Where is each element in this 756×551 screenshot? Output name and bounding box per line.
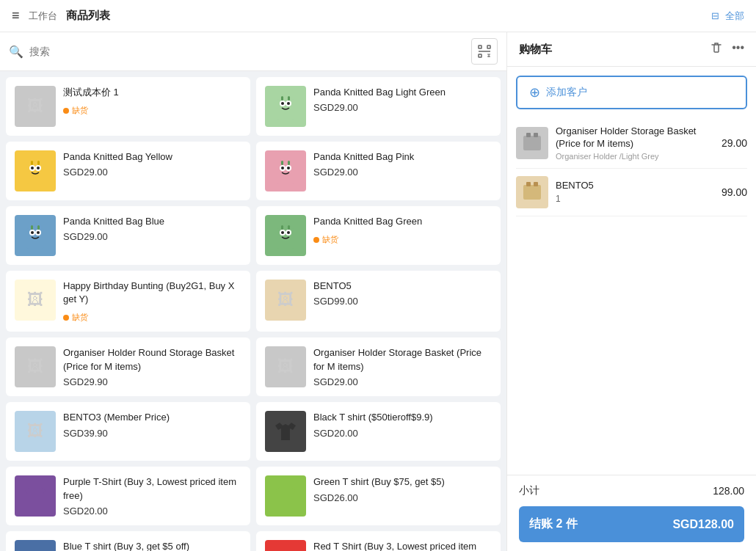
- image-placeholder-icon: 🖼: [27, 357, 43, 376]
- checkout-button[interactable]: 结账 2 件 SGD128.00: [519, 506, 744, 542]
- product-info: Panda Knitted Bag Yellow SGD29.00: [63, 150, 241, 178]
- image-placeholder-icon: 🖼: [27, 97, 43, 116]
- svg-rect-34: [37, 225, 40, 230]
- product-price: SGD29.00: [313, 376, 492, 387]
- product-image-container: [15, 215, 56, 256]
- svg-point-11: [287, 102, 290, 105]
- product-name: Panda Knitted Bag Green: [313, 215, 492, 228]
- product-info: Happy Birthday Bunting (Buy2G1, Buy X ge…: [63, 280, 241, 323]
- checkout-label: 结账 2 件: [529, 517, 578, 532]
- cart-header-actions: •••: [710, 41, 744, 57]
- cart-item-qty: 1: [556, 194, 714, 204]
- svg-point-32: [37, 231, 40, 234]
- product-price: SGD20.00: [63, 506, 241, 517]
- product-card[interactable]: 🖼 Happy Birthday Bunting (Buy2G1, Buy X …: [6, 271, 250, 332]
- badge-dot: [63, 108, 69, 114]
- product-price: SGD29.00: [313, 102, 492, 113]
- products-panel: 🔍 🖼 测试成本价 1 缺货: [0, 32, 506, 551]
- svg-rect-45: [523, 185, 541, 200]
- product-card[interactable]: 🖼 Organiser Holder Round Storage Basket …: [6, 337, 250, 396]
- product-card[interactable]: 🖼 Organiser Holder Storage Basket (Price…: [256, 337, 501, 396]
- top-bar: ≡ 工作台 商品列表 ⊟ 全部: [0, 0, 756, 32]
- add-customer-button[interactable]: ⊕ 添加客户: [516, 76, 747, 109]
- search-input[interactable]: [29, 45, 465, 57]
- workbench-label: 工作台: [29, 10, 57, 23]
- product-name: Panda Knitted Bag Pink: [313, 150, 492, 164]
- product-price: SGD29.00: [313, 167, 492, 178]
- product-card[interactable]: Black T shirt ($50tieroff$9.9) SGD20.00: [256, 402, 501, 461]
- product-card[interactable]: Panda Knitted Bag Pink SGD29.00: [256, 142, 501, 200]
- product-card[interactable]: Purple T-Shirt (Buy 3, Lowest priced ite…: [6, 467, 250, 525]
- svg-rect-40: [281, 225, 283, 230]
- product-info: BENTO5 SGD99.00: [313, 280, 492, 307]
- svg-point-24: [281, 167, 284, 169]
- cart-item[interactable]: BENTO5 1 99.00: [516, 169, 747, 216]
- product-info: Black T shirt ($50tieroff$9.9) SGD20.00: [313, 411, 492, 438]
- product-name: Panda Knitted Bag Blue: [63, 215, 241, 228]
- svg-rect-33: [31, 225, 33, 230]
- product-card[interactable]: Red T Shirt (Buy 3, Lowest priced item f…: [256, 531, 501, 551]
- image-placeholder-icon: 🖼: [277, 357, 294, 376]
- product-name: Purple T-Shirt (Buy 3, Lowest priced ite…: [63, 475, 241, 502]
- tshirt-img: [22, 483, 48, 509]
- cart-item-image: [516, 127, 548, 159]
- scan-button[interactable]: [471, 38, 498, 65]
- product-card[interactable]: Panda Knitted Bag Green 缺货: [256, 206, 501, 265]
- svg-point-31: [31, 231, 34, 234]
- product-card[interactable]: 🖼 BENTO5 SGD99.00: [256, 271, 501, 332]
- product-info: Panda Knitted Bag Green 缺货: [313, 215, 492, 245]
- product-image-container: 🖼: [265, 346, 306, 387]
- cart-item[interactable]: Organiser Holder Storage Basket (Price f…: [516, 118, 747, 169]
- product-price: SGD20.00: [313, 428, 492, 439]
- svg-rect-13: [288, 96, 290, 101]
- product-image-container: [15, 540, 56, 551]
- product-price: SGD26.00: [313, 492, 492, 503]
- product-card[interactable]: Panda Knitted Bag Light Green SGD29.00: [256, 77, 501, 136]
- product-info: Organiser Holder Storage Basket (Price f…: [313, 346, 492, 387]
- product-image-container: [15, 475, 56, 517]
- subtotal-row: 小计 128.00: [519, 484, 744, 497]
- product-card[interactable]: 🖼 测试成本价 1 缺货: [6, 77, 250, 136]
- product-name: Panda Knitted Bag Yellow: [63, 150, 241, 164]
- image-placeholder-icon: 🖼: [27, 422, 43, 441]
- main-content: 🔍 🖼 测试成本价 1 缺货: [0, 32, 756, 551]
- product-info: Organiser Holder Round Storage Basket (P…: [63, 346, 241, 387]
- add-customer-label: 添加客户: [546, 86, 587, 99]
- out-of-stock-label: 缺货: [72, 312, 88, 323]
- panda-bag-img: [271, 221, 300, 250]
- cart-footer: 小计 128.00 结账 2 件 SGD128.00: [507, 475, 756, 551]
- product-card[interactable]: Panda Knitted Bag Blue SGD29.00: [6, 206, 250, 265]
- product-card[interactable]: Green T shirt (Buy $75, get $5) SGD26.00: [256, 467, 501, 525]
- product-price: SGD99.00: [313, 296, 492, 307]
- product-card[interactable]: Blue T shirt (Buy 3, get $5 off) SGD20.0…: [6, 531, 250, 551]
- out-of-stock-badge: 缺货: [63, 105, 88, 116]
- product-name: Organiser Holder Round Storage Basket (P…: [63, 346, 241, 373]
- product-info: 测试成本价 1 缺货: [63, 86, 241, 116]
- svg-rect-27: [288, 161, 290, 165]
- product-card[interactable]: 🖼 BENTO3 (Member Price) SGD39.90: [6, 402, 250, 461]
- tshirt-img: [272, 483, 299, 509]
- svg-rect-1: [487, 45, 490, 48]
- svg-rect-44: [534, 133, 538, 137]
- image-placeholder-icon: 🖼: [277, 291, 294, 310]
- product-image-container: 🖼: [265, 280, 306, 321]
- product-name: Green T shirt (Buy $75, get $5): [313, 475, 492, 489]
- top-bar-left: ≡ 工作台 商品列表: [12, 8, 711, 23]
- cart-item-info: BENTO5 1: [556, 180, 714, 204]
- product-info: Purple T-Shirt (Buy 3, Lowest priced ite…: [63, 475, 241, 516]
- trash-icon[interactable]: [710, 41, 723, 57]
- product-name: BENTO3 (Member Price): [63, 411, 241, 424]
- product-card[interactable]: Panda Knitted Bag Yellow SGD29.00: [6, 142, 250, 200]
- cart-item-image: [516, 176, 548, 208]
- product-info: Red T Shirt (Buy 3, Lowest priced item f…: [313, 540, 492, 551]
- panda-bag-img: [21, 156, 50, 186]
- product-price: SGD29.00: [63, 231, 241, 242]
- svg-rect-43: [526, 133, 531, 137]
- filter-label[interactable]: 全部: [725, 10, 744, 23]
- hamburger-icon[interactable]: ≡: [12, 8, 20, 23]
- panda-bag-img: [21, 221, 50, 250]
- tshirt-img: [22, 547, 48, 551]
- filter-icon: ⊟: [711, 10, 719, 21]
- more-icon[interactable]: •••: [732, 41, 744, 57]
- svg-rect-2: [479, 54, 481, 57]
